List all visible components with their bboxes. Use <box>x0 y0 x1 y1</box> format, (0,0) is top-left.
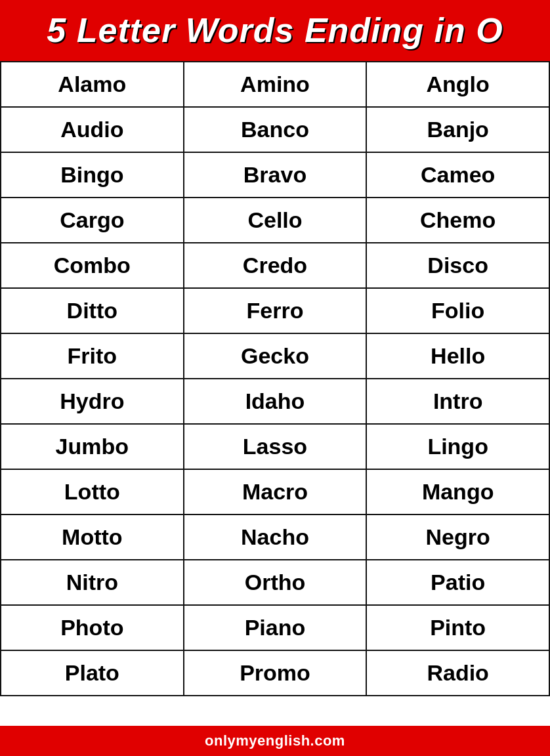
word-cell: Disco <box>366 243 549 288</box>
word-cell: Nacho <box>184 514 367 560</box>
word-cell: Intro <box>366 379 549 424</box>
word-cell: Mango <box>366 469 549 514</box>
table-row: AlamoAminoAnglo <box>1 62 549 107</box>
word-cell: Photo <box>1 605 184 650</box>
word-cell: Bingo <box>1 152 184 198</box>
word-cell: Hydro <box>1 379 184 424</box>
table-row: JumboLassoLingo <box>1 424 549 469</box>
word-cell: Chemo <box>366 198 549 243</box>
word-cell: Radio <box>366 650 549 696</box>
word-cell: Hello <box>366 333 549 379</box>
word-cell: Macro <box>184 469 367 514</box>
word-table-container: AlamoAminoAngloAudioBancoBanjoBingoBravo… <box>0 61 550 726</box>
word-cell: Audio <box>1 107 184 152</box>
word-cell: Bravo <box>184 152 367 198</box>
word-cell: Cameo <box>366 152 549 198</box>
table-row: NitroOrthoPatio <box>1 560 549 605</box>
word-cell: Credo <box>184 243 367 288</box>
word-cell: Ditto <box>1 288 184 333</box>
word-cell: Plato <box>1 650 184 696</box>
table-row: PhotoPianoPinto <box>1 605 549 650</box>
table-row: LottoMacroMango <box>1 469 549 514</box>
word-cell: Pinto <box>366 605 549 650</box>
page-title: 5 Letter Words Ending in O <box>7 12 543 49</box>
word-cell: Lingo <box>366 424 549 469</box>
table-row: AudioBancoBanjo <box>1 107 549 152</box>
word-cell: Patio <box>366 560 549 605</box>
word-cell: Gecko <box>184 333 367 379</box>
word-cell: Banco <box>184 107 367 152</box>
table-row: CargoCelloChemo <box>1 198 549 243</box>
word-cell: Cello <box>184 198 367 243</box>
word-cell: Cargo <box>1 198 184 243</box>
word-cell: Promo <box>184 650 367 696</box>
table-row: HydroIdahoIntro <box>1 379 549 424</box>
table-row: ComboCredoDisco <box>1 243 549 288</box>
word-cell: Ferro <box>184 288 367 333</box>
page-footer: onlymyenglish.com <box>0 726 550 756</box>
table-row: MottoNachoNegro <box>1 514 549 560</box>
table-row: DittoFerroFolio <box>1 288 549 333</box>
word-cell: Banjo <box>366 107 549 152</box>
word-table: AlamoAminoAngloAudioBancoBanjoBingoBravo… <box>0 61 550 696</box>
word-cell: Motto <box>1 514 184 560</box>
page-header: 5 Letter Words Ending in O <box>0 0 550 61</box>
word-cell: Jumbo <box>1 424 184 469</box>
word-cell: Negro <box>366 514 549 560</box>
table-row: BingoBravoCameo <box>1 152 549 198</box>
word-cell: Combo <box>1 243 184 288</box>
word-cell: Ortho <box>184 560 367 605</box>
word-cell: Piano <box>184 605 367 650</box>
word-cell: Amino <box>184 62 367 107</box>
word-cell: Frito <box>1 333 184 379</box>
word-cell: Lotto <box>1 469 184 514</box>
word-cell: Nitro <box>1 560 184 605</box>
word-cell: Anglo <box>366 62 549 107</box>
word-cell: Alamo <box>1 62 184 107</box>
word-cell: Lasso <box>184 424 367 469</box>
word-cell: Folio <box>366 288 549 333</box>
table-row: FritoGeckoHello <box>1 333 549 379</box>
word-cell: Idaho <box>184 379 367 424</box>
footer-text: onlymyenglish.com <box>205 732 345 749</box>
table-row: PlatoPromoRadio <box>1 650 549 696</box>
